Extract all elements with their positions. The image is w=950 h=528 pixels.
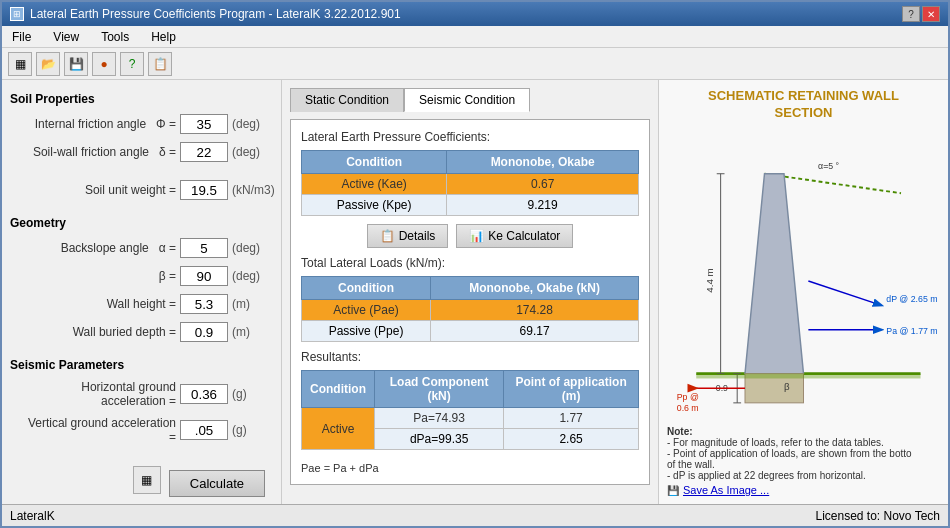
unit-weight-unit: (kN/m3) (228, 183, 273, 197)
buried-depth-input[interactable] (180, 322, 228, 342)
svg-text:dP @ 2.65 m: dP @ 2.65 m (886, 294, 937, 304)
center-panel: Static Condition Seismic Condition Later… (282, 80, 658, 504)
note-line1: - For magnitude of loads, refer to the d… (667, 437, 940, 448)
resultants-dpa-value: dPa=99.35 (374, 429, 503, 450)
calculate-button[interactable]: Calculate (169, 470, 265, 497)
unit-weight-input[interactable] (180, 180, 228, 200)
tab-seismic[interactable]: Seismic Condition (404, 88, 530, 112)
wall-height-input[interactable] (180, 294, 228, 314)
svg-text:Pp @: Pp @ (677, 392, 699, 402)
phi-row: Internal friction angle Φ = (deg) (10, 114, 273, 134)
toolbar: ▦ 📂 💾 ● ? 📋 (2, 48, 948, 80)
horiz-accel-unit: (g) (228, 387, 273, 401)
loads-row-active: Active (Pae) 174.28 (302, 300, 639, 321)
status-left: LateralK (10, 509, 55, 523)
save-icon: 💾 (667, 485, 679, 496)
tab-static[interactable]: Static Condition (290, 88, 404, 112)
resultants-row-active1: Active Pa=74.93 1.77 (302, 408, 639, 429)
beta-input[interactable] (180, 266, 228, 286)
note-area: Note: - For magnitude of loads, refer to… (667, 426, 940, 496)
close-button[interactable]: ✕ (922, 6, 940, 22)
grid-icon[interactable]: ▦ (8, 52, 32, 76)
window-title: Lateral Earth Pressure Coefficients Prog… (30, 7, 401, 21)
app-icon: ⊞ (10, 7, 24, 21)
help-icon[interactable]: ? (120, 52, 144, 76)
buried-depth-label: Wall buried depth = (20, 325, 180, 339)
minimize-button[interactable]: ? (902, 6, 920, 22)
svg-rect-21 (696, 373, 920, 378)
menu-file[interactable]: File (6, 28, 37, 46)
alpha-row: Backslope angle α = (deg) (10, 238, 273, 258)
loads-active-value: 174.28 (431, 300, 639, 321)
svg-marker-2 (745, 174, 804, 374)
bottom-note: Pae = Pa + dPa (301, 458, 639, 474)
coeff-active-value: 0.67 (447, 174, 639, 195)
resultants-header-point: Point of application (m) (504, 371, 639, 408)
menu-tools[interactable]: Tools (95, 28, 135, 46)
right-panel: SCHEMATIC RETAINING WALLSECTION 0.9 (658, 80, 948, 504)
left-panel: Soil Properties Internal friction angle … (2, 80, 282, 504)
details-button[interactable]: 📋 Details (367, 224, 449, 248)
menu-view[interactable]: View (47, 28, 85, 46)
alpha-unit: (deg) (228, 241, 273, 255)
resultants-header-condition: Condition (302, 371, 375, 408)
coeff-row-passive: Passive (Kpe) 9.219 (302, 195, 639, 216)
open-icon[interactable]: 📂 (36, 52, 60, 76)
coeff-passive-label: Passive (Kpe) (302, 195, 447, 216)
tab-content: Lateral Earth Pressure Coefficients: Con… (290, 119, 650, 485)
vert-accel-label: Vertical ground acceleration = (20, 416, 180, 444)
note-header: Note: (667, 426, 940, 437)
svg-text:Pa @ 1.77 m: Pa @ 1.77 m (886, 325, 937, 335)
condition-tabs: Static Condition Seismic Condition (290, 88, 650, 112)
loads-title: Total Lateral Loads (kN/m): (301, 256, 639, 270)
loads-header-value: Mononobe, Okabe (kN) (431, 277, 639, 300)
alpha-input[interactable] (180, 238, 228, 258)
resultants-pa-value: Pa=74.93 (374, 408, 503, 429)
wall-height-unit: (m) (228, 297, 273, 311)
coeff-title: Lateral Earth Pressure Coefficients: (301, 130, 639, 144)
resultants-table: Condition Load Component (kN) Point of a… (301, 370, 639, 450)
phi-input[interactable] (180, 114, 228, 134)
resultants-header-load: Load Component (kN) (374, 371, 503, 408)
save-as-image-link[interactable]: Save As Image ... (683, 484, 769, 496)
phi-unit: (deg) (228, 117, 273, 131)
title-bar: ⊞ Lateral Earth Pressure Coefficients Pr… (2, 2, 948, 26)
seismic-header: Seismic Parameters (10, 358, 273, 372)
ke-calc-button[interactable]: 📊 Ke Calculator (456, 224, 573, 248)
details-label: Details (399, 229, 436, 243)
coeff-row-active: Active (Kae) 0.67 (302, 174, 639, 195)
coeff-header-condition: Condition (302, 151, 447, 174)
delta-unit: (deg) (228, 145, 273, 159)
resultants-active-label: Active (302, 408, 375, 450)
coeff-active-label: Active (Kae) (302, 174, 447, 195)
phi-label: Internal friction angle Φ = (20, 117, 180, 131)
delta-input[interactable] (180, 142, 228, 162)
export-icon[interactable]: 📋 (148, 52, 172, 76)
wall-height-label: Wall height = (20, 297, 180, 311)
main-window: ⊞ Lateral Earth Pressure Coefficients Pr… (0, 0, 950, 528)
svg-text:0.6 m: 0.6 m (677, 402, 699, 412)
coeff-table: Condition Mononobe, Okabe Active (Kae) 0… (301, 150, 639, 216)
details-icon: 📋 (380, 229, 395, 243)
note-line3: of the wall. (667, 459, 940, 470)
resultants-pa-point: 1.77 (504, 408, 639, 429)
color-icon[interactable]: ● (92, 52, 116, 76)
soil-properties-header: Soil Properties (10, 92, 273, 106)
calc-icon[interactable]: ▦ (133, 466, 161, 494)
buried-depth-row: Wall buried depth = (m) (10, 322, 273, 342)
save-icon[interactable]: 💾 (64, 52, 88, 76)
resultants-dpa-point: 2.65 (504, 429, 639, 450)
menu-help[interactable]: Help (145, 28, 182, 46)
vert-accel-input[interactable] (180, 420, 228, 440)
alpha-label: Backslope angle α = (20, 241, 180, 255)
schematic-area: 0.9 4.4 m α=5 ° dP @ 2.65 m Pa @ 1.77 m (667, 130, 940, 422)
schematic-title: SCHEMATIC RETAINING WALLSECTION (667, 88, 940, 122)
beta-unit: (deg) (228, 269, 273, 283)
svg-text:α=5  °: α=5 ° (818, 161, 839, 171)
coeff-header-method: Mononobe, Okabe (447, 151, 639, 174)
title-bar-buttons: ? ✕ (902, 6, 940, 22)
unit-weight-row: Soil unit weight = (kN/m3) (10, 180, 273, 200)
note-line4: - dP is applied at 22 degrees from horiz… (667, 470, 940, 481)
loads-passive-label: Passive (Ppe) (302, 321, 431, 342)
horiz-accel-input[interactable] (180, 384, 228, 404)
